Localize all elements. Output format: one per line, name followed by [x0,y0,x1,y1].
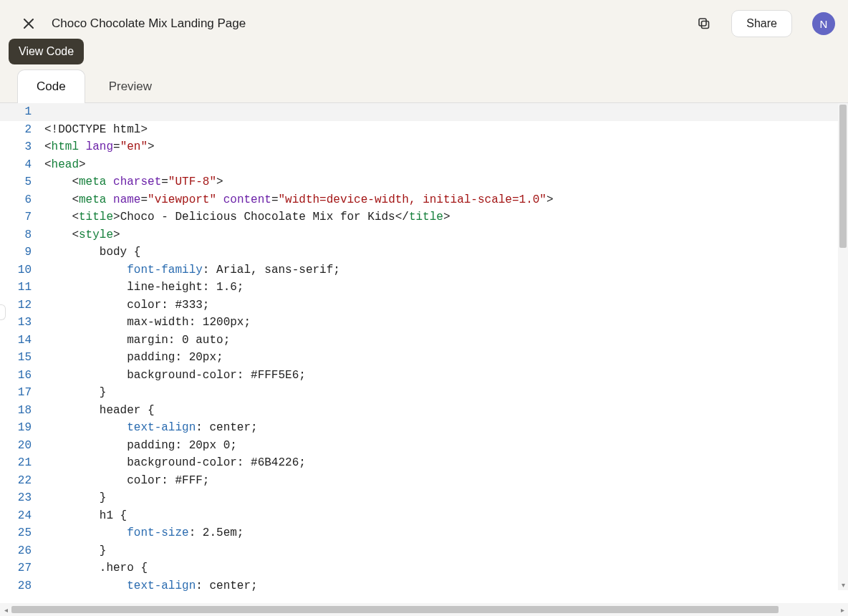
line-number: 26 [0,542,44,560]
code-content[interactable]: padding: 20px 0; [44,437,237,455]
vertical-scrollbar-thumb[interactable] [839,105,847,248]
code-content[interactable]: text-align: center; [44,577,258,595]
code-content[interactable]: header { [44,402,155,420]
tab-preview[interactable]: Preview [90,69,171,103]
code-editor[interactable]: 12<!DOCTYPE html>3<html lang="en">4<head… [0,103,848,603]
code-line[interactable]: 2<!DOCTYPE html> [0,121,848,139]
code-line[interactable]: 18 header { [0,402,848,420]
code-line[interactable]: 28 text-align: center; [0,577,848,595]
code-content[interactable]: line-height: 1.6; [44,279,244,297]
line-number: 9 [0,244,44,261]
code-content[interactable]: font-size: 2.5em; [44,524,244,542]
code-line[interactable]: 22 color: #FFF; [0,472,848,490]
share-button[interactable]: Share [731,10,792,37]
line-number: 27 [0,559,44,577]
code-line[interactable]: 16 background-color: #FFF5E6; [0,367,848,385]
code-content[interactable]: text-align: center; [44,419,258,437]
copy-icon[interactable] [697,16,711,31]
code-content[interactable]: color: #FFF; [44,472,209,490]
code-content[interactable]: background-color: #6B4226; [44,454,306,472]
line-number: 18 [0,402,44,420]
code-line[interactable]: 9 body { [0,244,848,261]
code-line[interactable]: 7 <title>Choco - Delicious Chocolate Mix… [0,208,848,226]
code-content[interactable]: <!DOCTYPE html> [44,121,148,139]
view-code-tooltip: View Code [9,39,84,64]
line-number: 28 [0,577,44,595]
avatar[interactable]: N [812,12,835,35]
vertical-scrollbar[interactable]: ▾ [838,103,848,590]
scroll-right-icon[interactable]: ▸ [837,606,848,614]
code-line[interactable]: 14 margin: 0 auto; [0,332,848,350]
line-number: 16 [0,367,44,385]
code-content[interactable]: h1 { [44,507,127,525]
side-handle[interactable] [0,304,6,320]
code-content[interactable]: <meta name="viewport" content="width=dev… [44,191,554,209]
scroll-down-icon[interactable]: ▾ [838,581,848,589]
code-content[interactable]: background-color: #FFF5E6; [44,367,306,385]
code-content[interactable]: font-family: Arial, sans-serif; [44,261,340,279]
line-number: 15 [0,349,44,367]
code-content[interactable]: } [44,542,106,560]
code-content[interactable]: <style> [44,226,120,244]
code-content[interactable]: padding: 20px; [44,349,223,367]
code-line[interactable]: 3<html lang="en"> [0,138,848,156]
line-number: 19 [0,419,44,437]
top-bar: Choco Chocolate Mix Landing Page Share N [0,0,848,43]
line-number: 21 [0,454,44,472]
line-number: 2 [0,121,44,139]
code-content[interactable]: <title>Choco - Delicious Chocolate Mix f… [44,208,450,226]
code-content[interactable]: <head> [44,156,86,174]
code-line[interactable]: 4<head> [0,156,848,174]
scroll-left-icon[interactable]: ◂ [0,606,11,614]
tabs-row: Code Preview [0,69,848,103]
horizontal-scrollbar-thumb[interactable] [11,606,779,613]
line-number: 7 [0,208,44,226]
line-number: 23 [0,489,44,507]
line-number: 5 [0,173,44,191]
code-content[interactable]: max-width: 1200px; [44,314,251,332]
code-line[interactable]: 23 } [0,489,848,507]
code-line[interactable]: 5 <meta charset="UTF-8"> [0,173,848,191]
code-line[interactable]: 12 color: #333; [0,297,848,314]
code-content[interactable]: } [44,489,106,507]
line-number: 24 [0,507,44,525]
document-title: Choco Chocolate Mix Landing Page [52,16,685,31]
code-content[interactable]: <html lang="en"> [44,138,155,156]
code-line[interactable]: 8 <style> [0,226,848,244]
code-line[interactable]: 1 [0,103,848,121]
svg-rect-0 [702,21,709,29]
svg-rect-1 [699,19,706,26]
tab-code[interactable]: Code [17,69,85,103]
code-line[interactable]: 21 background-color: #6B4226; [0,454,848,472]
code-content[interactable]: } [44,384,106,402]
line-number: 8 [0,226,44,244]
horizontal-scrollbar-track[interactable] [11,605,837,614]
line-number: 6 [0,191,44,209]
code-content[interactable]: margin: 0 auto; [44,332,230,350]
code-line[interactable]: 17 } [0,384,848,402]
code-content[interactable]: color: #333; [44,297,209,314]
code-line[interactable]: 10 font-family: Arial, sans-serif; [0,261,848,279]
close-icon[interactable] [23,18,34,29]
editor-area: 12<!DOCTYPE html>3<html lang="en">4<head… [0,103,848,603]
code-content[interactable]: .hero { [44,559,148,577]
line-number: 25 [0,524,44,542]
code-line[interactable]: 19 text-align: center; [0,419,848,437]
code-line[interactable]: 26 } [0,542,848,560]
code-line[interactable]: 6 <meta name="viewport" content="width=d… [0,191,848,209]
line-number: 14 [0,332,44,350]
code-line[interactable]: 27 .hero { [0,559,848,577]
line-number: 10 [0,261,44,279]
code-content[interactable]: <meta charset="UTF-8"> [44,173,223,191]
code-content[interactable]: body { [44,244,140,261]
code-line[interactable]: 11 line-height: 1.6; [0,279,848,297]
code-line[interactable]: 25 font-size: 2.5em; [0,524,848,542]
code-line[interactable]: 13 max-width: 1200px; [0,314,848,332]
horizontal-scrollbar[interactable]: ◂ ▸ [0,603,848,616]
line-number: 17 [0,384,44,402]
code-line[interactable]: 20 padding: 20px 0; [0,437,848,455]
code-line[interactable]: 15 padding: 20px; [0,349,848,367]
code-line[interactable]: 24 h1 { [0,507,848,525]
line-number: 1 [0,103,44,121]
line-number: 12 [0,297,44,314]
